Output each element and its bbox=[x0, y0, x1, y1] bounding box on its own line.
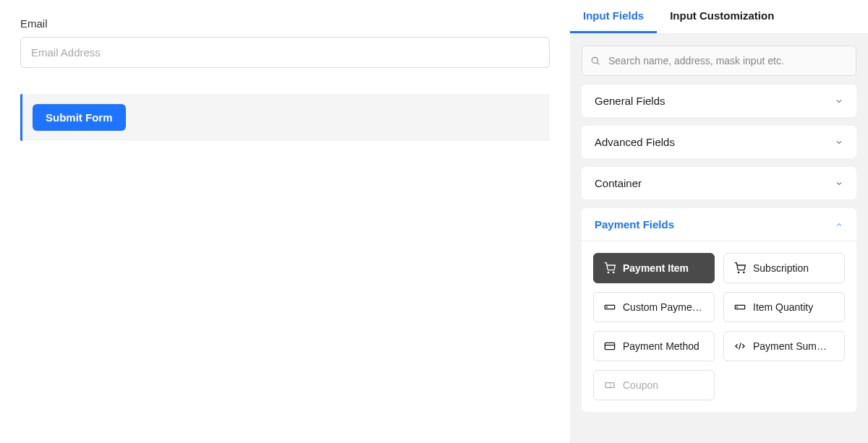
svg-rect-10 bbox=[605, 343, 614, 349]
field-payment-item[interactable]: Payment Item bbox=[593, 253, 715, 283]
section-title: Container bbox=[595, 177, 642, 189]
section-title: Payment Fields bbox=[595, 218, 674, 231]
chevron-up-icon bbox=[835, 220, 843, 229]
field-custom-payment[interactable]: Custom Paymen... bbox=[593, 292, 715, 322]
sidebar-tabs: Input Fields Input Customization bbox=[570, 0, 868, 34]
tile-label: Custom Paymen... bbox=[623, 301, 704, 313]
section-payment-fields: Payment Fields Payment Item Subscripti bbox=[582, 208, 856, 412]
tile-label: Subscription bbox=[753, 262, 809, 274]
search-input[interactable] bbox=[582, 46, 856, 76]
section-container: Container bbox=[582, 167, 856, 199]
field-coupon[interactable]: Coupon bbox=[593, 370, 715, 400]
section-advanced-fields: Advanced Fields bbox=[582, 126, 856, 158]
section-title: General Fields bbox=[595, 95, 665, 107]
chevron-down-icon bbox=[835, 97, 843, 106]
email-input[interactable] bbox=[20, 37, 550, 68]
chevron-down-icon bbox=[835, 179, 843, 188]
field-payment-summary[interactable]: Payment Summa... bbox=[723, 331, 845, 361]
tab-input-customization[interactable]: Input Customization bbox=[657, 0, 787, 33]
sidebar-body: General Fields Advanced Fields Container bbox=[570, 34, 868, 423]
section-header-container[interactable]: Container bbox=[582, 167, 856, 199]
payment-fields-grid: Payment Item Subscription Custom Paymen.… bbox=[582, 241, 856, 412]
tile-label: Coupon bbox=[623, 379, 658, 391]
field-payment-method[interactable]: Payment Method bbox=[593, 331, 715, 361]
form-canvas: Email Submit Form bbox=[0, 0, 570, 443]
svg-point-0 bbox=[592, 57, 597, 63]
section-header-advanced[interactable]: Advanced Fields bbox=[582, 126, 856, 158]
svg-point-2 bbox=[608, 272, 608, 272]
cart-icon bbox=[604, 262, 616, 274]
svg-rect-8 bbox=[735, 305, 744, 309]
sidebar: Input Fields Input Customization General… bbox=[570, 0, 868, 443]
svg-line-1 bbox=[597, 63, 600, 65]
section-header-general[interactable]: General Fields bbox=[582, 85, 856, 117]
ticket-icon bbox=[604, 379, 616, 391]
submit-area[interactable]: Submit Form bbox=[20, 94, 550, 141]
submit-button[interactable]: Submit Form bbox=[33, 104, 126, 131]
email-label: Email bbox=[20, 17, 550, 30]
tile-label: Payment Item bbox=[623, 262, 689, 274]
section-title: Advanced Fields bbox=[595, 136, 675, 148]
svg-point-4 bbox=[738, 272, 739, 272]
svg-line-12 bbox=[739, 343, 741, 349]
cart-icon bbox=[734, 262, 746, 274]
search-box bbox=[582, 46, 856, 76]
code-icon bbox=[734, 340, 746, 352]
section-general-fields: General Fields bbox=[582, 85, 856, 117]
tile-label: Item Quantity bbox=[753, 301, 813, 313]
input-icon bbox=[604, 301, 616, 313]
tab-input-fields[interactable]: Input Fields bbox=[570, 0, 657, 33]
svg-point-3 bbox=[613, 272, 614, 272]
field-item-quantity[interactable]: Item Quantity bbox=[723, 292, 845, 322]
tile-label: Payment Summa... bbox=[753, 340, 834, 352]
svg-rect-6 bbox=[605, 305, 614, 309]
tile-label: Payment Method bbox=[623, 340, 699, 352]
input-icon bbox=[734, 301, 746, 313]
svg-point-5 bbox=[744, 272, 744, 272]
search-icon bbox=[590, 56, 600, 66]
chevron-down-icon bbox=[835, 138, 843, 147]
field-subscription[interactable]: Subscription bbox=[723, 253, 845, 283]
section-header-payment[interactable]: Payment Fields bbox=[582, 208, 856, 241]
credit-card-icon bbox=[604, 340, 616, 352]
